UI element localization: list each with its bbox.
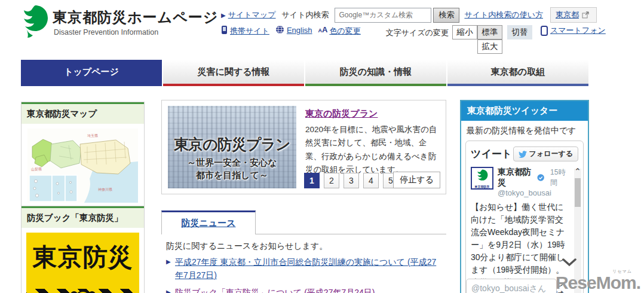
news-tab[interactable]: 防災ニュース (161, 210, 256, 234)
follow-button[interactable]: フォローする (513, 146, 578, 161)
tab-top-page[interactable]: トップページ (21, 60, 162, 86)
fontsize-toggle-button[interactable]: 切替 (507, 25, 532, 39)
fontsize-normal-button[interactable]: 標準 (477, 25, 502, 39)
pager-1[interactable]: 1 (304, 173, 320, 188)
color-change-link[interactable]: 色の変更 (329, 26, 360, 36)
tab-disaster-info[interactable]: 災害に関する情報 (163, 60, 304, 86)
search-button[interactable]: 検索 (433, 8, 459, 23)
mobile-phone-icon (221, 25, 228, 35)
fontsize-controls: 文字サイズの変更 縮小 標準 拡大 切替 (386, 25, 532, 54)
fontsize-large-button[interactable]: 拡大 (477, 39, 502, 54)
account-name[interactable]: 東京都防災 (498, 167, 535, 188)
map-label-kanagawa: 神奈川県 (98, 188, 112, 191)
verified-badge-icon (537, 173, 544, 182)
triangle-bullet-icon: ▶ (221, 12, 226, 19)
smartphone-wrap: スマートフォン (541, 25, 606, 36)
disaster-book-box: 防災ブック「東京防災」 東京防災 防 (21, 206, 145, 293)
pager-2[interactable]: 2 (324, 173, 339, 188)
smartphone-link[interactable]: スマートフォン (550, 25, 606, 36)
site-search-label: サイト内検索 (282, 10, 329, 20)
news-intro: 防災に関するニュースをお知らせします。 (166, 241, 327, 252)
scrollbar-thumb[interactable] (575, 178, 581, 207)
tokyo-ginkgo-logo-icon (20, 5, 49, 38)
disaster-book-box-title: 防災ブック「東京防災」 (22, 206, 144, 228)
tab-tokyo-initiatives[interactable]: 東京都の取組 (447, 60, 588, 86)
tweet-timestamp: 15時間 (550, 167, 570, 188)
mobile-site-link[interactable]: 携帯サイト (230, 26, 269, 36)
tab-knowledge-info[interactable]: 防災の知識・情報 (305, 60, 446, 86)
header-utility-row-2: 携帯サイト English AA 色の変更 文字サイズの変更 縮小 標準 拡大 … (221, 25, 606, 54)
twitter-bird-icon (519, 151, 527, 158)
carousel-title-link[interactable]: 東京の防災プラン (305, 108, 378, 120)
watermark-text: ReseMom. (556, 274, 640, 291)
avatar-ginkgo-icon (476, 169, 489, 184)
news-item-link[interactable]: 防災ブック「東京防災」について (平成27年7月24日) (175, 288, 375, 293)
site-title: 東京都防災ホームページ (53, 8, 218, 27)
triangle-bullet-icon: ▶ (166, 257, 171, 267)
carousel-image-subtitle-2: 都市を目指して～ (168, 170, 296, 181)
chevron-down-icon[interactable] (562, 258, 576, 267)
account-avatar[interactable]: 東京都防災 (471, 167, 493, 190)
news-item: ▶ 平成27年度 東京都・立川市合同総合防災訓練の実施について (平成27年7月… (166, 256, 442, 282)
tokyo-bousai-book-cover[interactable]: 東京防災 防 (26, 233, 139, 293)
carousel-stop-button[interactable]: 停止する (393, 172, 440, 188)
account-handle[interactable]: @tokyo_bousai (471, 188, 570, 197)
carousel-image-subtitle-1: ～世界一安全・安心な (168, 157, 296, 169)
site-subtitle: Disaster Prevention Information (54, 28, 158, 36)
english-link[interactable]: English (287, 26, 312, 35)
map-label-yamanashi: 山梨県 (31, 167, 42, 171)
disaster-map-box-title: 東京都防災マップ (22, 102, 144, 124)
disaster-map-image[interactable]: 埼玉県 山梨県 神奈川県 (22, 124, 144, 207)
carousel-image[interactable]: 東京の防災プラン ～世界一安全・安心な 都市を目指して～ (168, 106, 296, 188)
news-item-link[interactable]: 平成27年度 東京都・立川市合同総合防災訓練の実施について (平成27年7月27… (175, 257, 436, 280)
tweets-heading: ツイート (471, 147, 512, 161)
header-utility-row-1: ▶ サイトマップ サイト内検索 検索 サイト内検索の使い方 東京都 (221, 7, 597, 23)
tokyo-metro-link-box[interactable]: 東京都 (550, 7, 597, 23)
scroll-up-icon[interactable]: ⌃ (574, 169, 581, 175)
carousel-image-title: 東京の防災プラン (168, 135, 296, 154)
book-cover-text: 東京防災 (26, 241, 139, 274)
page: 東京都防災ホームページ Disaster Prevention Informat… (0, 0, 644, 293)
carousel-pager: 1 2 3 4 5 (304, 173, 398, 188)
main-nav: トップページ 災害に関する情報 防災の知識・情報 東京都の取組 (21, 60, 588, 86)
twitter-box-title: 東京都防災ツイッター (461, 101, 588, 121)
feature-carousel: 東京の防災プラン ～世界一安全・安心な 都市を目指して～ 東京の防災プラン 20… (161, 100, 446, 194)
tokyo-metro-link[interactable]: 東京都 (556, 10, 579, 20)
sitemap-link[interactable]: サイトマップ (228, 10, 276, 20)
news-tab-link[interactable]: 防災ニュース (181, 218, 235, 229)
rhino-mascot-icon: 防 (64, 288, 102, 293)
news-item: ▶ 防災ブック「東京防災」について (平成27年7月24日) (166, 286, 442, 293)
carousel-description: 2020年を目標に、地震や風水害の自然災害に対して、都民・地域、企業、行政があら… (305, 123, 443, 176)
search-input[interactable] (335, 8, 431, 23)
twitter-subtitle: 最新の防災情報を発信中です (461, 121, 588, 141)
news-tab-rule (256, 234, 446, 234)
color-change-icon: AA (318, 25, 328, 34)
resemom-watermark: リセマム ReseMom. (556, 268, 640, 291)
follow-button-label: フォローする (529, 149, 573, 159)
fontsize-label: 文字サイズの変更 (386, 28, 449, 38)
fontsize-small-button[interactable]: 縮小 (452, 25, 477, 39)
pager-4[interactable]: 4 (363, 173, 379, 188)
triangle-bullet-icon: ▶ (166, 288, 171, 293)
globe-icon (275, 25, 284, 34)
tokyo-map-graphic: 埼玉県 山梨県 神奈川県 (27, 129, 138, 203)
search-help-link[interactable]: サイト内検索の使い方 (464, 10, 543, 20)
disaster-map-box: 東京都防災マップ (21, 102, 145, 208)
pager-3[interactable]: 3 (344, 173, 359, 188)
smartphone-icon (541, 26, 548, 36)
avatar-caption: 東京都防災 (472, 185, 492, 188)
map-label-saitama: 埼玉県 (87, 134, 98, 138)
external-link-icon (582, 11, 589, 19)
reply-input[interactable]: @tokyo_bousaiさん宛にツ (466, 279, 557, 293)
